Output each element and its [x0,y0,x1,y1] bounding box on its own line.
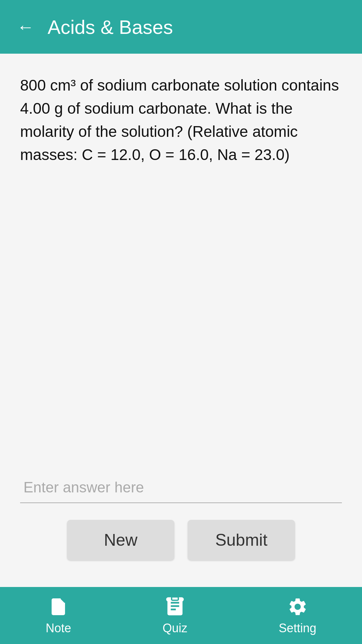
question-text: 800 cm³ of sodium carbonate solution con… [20,74,342,166]
header: ← Acids & Bases [0,0,362,54]
main-content: 800 cm³ of sodium carbonate solution con… [0,54,362,587]
nav-label-note: Note [46,621,71,635]
answer-input[interactable] [20,472,342,503]
nav-item-note[interactable]: Note [46,596,71,635]
nav-label-quiz: Quiz [163,621,187,635]
new-button[interactable]: New [67,520,174,560]
note-icon [48,596,69,618]
answer-section: New Submit [20,472,342,574]
back-button[interactable]: ← [17,18,34,36]
spacer [20,180,342,472]
page-title: Acids & Bases [48,16,173,38]
nav-item-setting[interactable]: Setting [279,596,316,635]
button-row: New Submit [20,520,342,560]
submit-button[interactable]: Submit [188,520,295,560]
bottom-nav: Note Quiz Setting [0,587,362,644]
nav-item-quiz[interactable]: Quiz [163,596,187,635]
nav-label-setting: Setting [279,621,316,635]
quiz-icon [164,596,186,618]
settings-icon [287,596,308,618]
svg-rect-5 [172,597,178,600]
